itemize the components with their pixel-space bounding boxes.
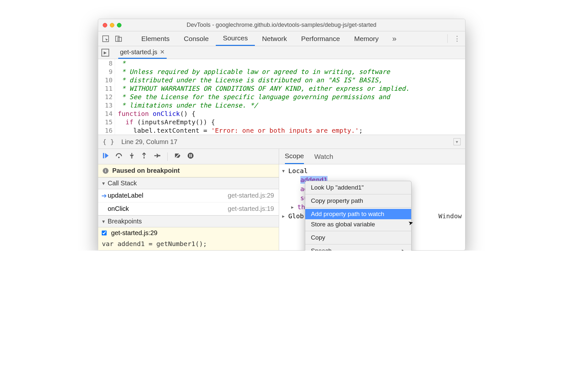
breakpoint-item[interactable]: get-started.js:29: [98, 227, 279, 239]
titlebar: DevTools - googlechrome.github.io/devtoo…: [98, 19, 465, 31]
ctx-lookup[interactable]: Look Up "addend1": [305, 182, 411, 193]
close-file-icon[interactable]: ✕: [160, 48, 165, 56]
editor-statusbar: { } Line 29, Column 17 ▾: [98, 135, 465, 149]
chevron-right-icon: ▶: [291, 205, 296, 210]
line-number: 9: [98, 67, 115, 76]
code-line: * distributed under the License is distr…: [115, 76, 382, 84]
step-over-icon[interactable]: [115, 152, 123, 161]
kebab-menu-icon[interactable]: ⋮: [447, 34, 462, 43]
chevron-down-icon: ▼: [282, 169, 287, 173]
line-number: 14: [98, 109, 115, 118]
frame-name: onClick: [108, 205, 129, 212]
code-line: *: [115, 59, 126, 67]
tab-memory[interactable]: Memory: [347, 31, 386, 46]
scope-label: Local: [288, 167, 308, 175]
scope-tab[interactable]: Scope: [285, 149, 304, 164]
window-title: DevTools - googlechrome.github.io/devtoo…: [98, 22, 465, 28]
code-line: * Unless required by applicable law or a…: [115, 67, 390, 76]
ctx-speech[interactable]: Speech▶: [305, 246, 411, 251]
line-number: 8: [98, 59, 115, 67]
svg-point-4: [118, 157, 120, 158]
tab-performance[interactable]: Performance: [294, 31, 347, 46]
separator: [305, 231, 411, 231]
breakpoint-checkbox[interactable]: [101, 231, 107, 236]
line-number: 16: [98, 126, 115, 135]
debugger-toolbar: [98, 149, 279, 164]
breakpoint-source: var addend1 = getNumber1();: [98, 239, 279, 250]
tab-sources[interactable]: Sources: [216, 31, 255, 46]
scope-value: Window: [438, 212, 462, 220]
separator: [305, 194, 411, 194]
code-line: * See the License for the specific langu…: [115, 93, 390, 101]
tab-elements[interactable]: Elements: [134, 31, 177, 46]
svg-rect-1: [115, 36, 119, 41]
code-line: function onClick() {: [115, 109, 196, 118]
scope-watch-tabs: Scope Watch: [279, 149, 465, 164]
pause-message: Paused on breakpoint: [112, 167, 180, 174]
code-line: * limitations under the License. */: [115, 101, 258, 109]
more-tabs-button[interactable]: »: [390, 34, 399, 43]
svg-point-7: [159, 155, 160, 157]
svg-rect-10: [189, 154, 190, 157]
tab-console[interactable]: Console: [177, 31, 216, 46]
step-out-icon[interactable]: [141, 152, 147, 161]
inspect-icon[interactable]: [101, 35, 110, 43]
breakpoint-label: get-started.js:29: [111, 229, 157, 236]
svg-rect-11: [191, 154, 192, 157]
pretty-print-icon[interactable]: { }: [103, 138, 114, 146]
panel-tabs: Elements Console Sources Network Perform…: [98, 31, 465, 46]
info-icon: i: [103, 168, 109, 174]
chevron-right-icon: ▶: [282, 214, 287, 219]
ctx-copy-property-path[interactable]: Copy property path: [305, 196, 411, 206]
callstack-item[interactable]: ➔ updateLabel get-started.js:29: [98, 189, 279, 202]
devtools-window: DevTools - googlechrome.github.io/devtoo…: [98, 19, 465, 251]
line-number: 13: [98, 101, 115, 109]
tab-network[interactable]: Network: [255, 31, 294, 46]
callstack-header[interactable]: ▼Call Stack: [98, 177, 279, 189]
resume-icon[interactable]: [102, 152, 109, 161]
svg-point-6: [143, 157, 144, 159]
frame-name: updateLabel: [108, 192, 143, 200]
svg-point-9: [187, 153, 193, 159]
line-number: 10: [98, 76, 115, 84]
callstack-label: Call Stack: [108, 180, 137, 187]
show-navigator-icon[interactable]: ▶: [101, 49, 109, 57]
ctx-store-global[interactable]: Store as global variable: [305, 219, 411, 230]
code-line: * WITHOUT WARRANTIES OR CONDITIONS OF AN…: [115, 84, 410, 93]
file-tabs: ▶ get-started.js ✕: [98, 46, 465, 59]
submenu-arrow-icon: ▶: [402, 248, 405, 251]
chevron-down-icon: ▼: [101, 181, 106, 186]
separator: [305, 207, 411, 208]
file-tab[interactable]: get-started.js ✕: [118, 46, 167, 59]
step-into-icon[interactable]: [129, 152, 135, 161]
line-number: 12: [98, 93, 115, 101]
deactivate-breakpoints-icon[interactable]: [174, 152, 181, 161]
chevron-down-icon: ▼: [101, 219, 106, 224]
line-number: 11: [98, 84, 115, 93]
context-menu: Look Up "addend1" Copy property path Add…: [305, 181, 412, 251]
callstack-item[interactable]: onClick get-started.js:19: [98, 202, 279, 215]
step-icon[interactable]: [153, 152, 161, 161]
separator: [167, 152, 168, 161]
device-toggle-icon[interactable]: [114, 35, 123, 43]
file-tab-label: get-started.js: [120, 48, 158, 56]
scope-local-header[interactable]: ▼Local: [282, 166, 462, 175]
svg-rect-2: [118, 37, 121, 41]
separator: [305, 244, 411, 244]
variable-name: th: [297, 203, 305, 211]
pause-exceptions-icon[interactable]: [187, 152, 194, 161]
breakpoints-header[interactable]: ▼Breakpoints: [98, 215, 279, 227]
svg-rect-3: [103, 153, 104, 159]
pause-banner: i Paused on breakpoint: [98, 164, 279, 177]
collapse-icon[interactable]: ▾: [454, 138, 461, 145]
frame-location: get-started.js:29: [228, 192, 274, 200]
ctx-copy[interactable]: Copy: [305, 232, 411, 243]
scope-label: Glob: [288, 212, 304, 220]
code-line: if (inputsAreEmpty()) {: [115, 118, 215, 126]
ctx-add-to-watch[interactable]: Add property path to watch: [305, 209, 411, 219]
code-editor[interactable]: 8 * 9 * Unless required by applicable la…: [98, 59, 465, 135]
watch-tab[interactable]: Watch: [314, 149, 333, 164]
breakpoints-label: Breakpoints: [108, 218, 142, 225]
debugger-left: i Paused on breakpoint ▼Call Stack ➔ upd…: [98, 149, 279, 250]
cursor-position: Line 29, Column 17: [121, 138, 177, 146]
